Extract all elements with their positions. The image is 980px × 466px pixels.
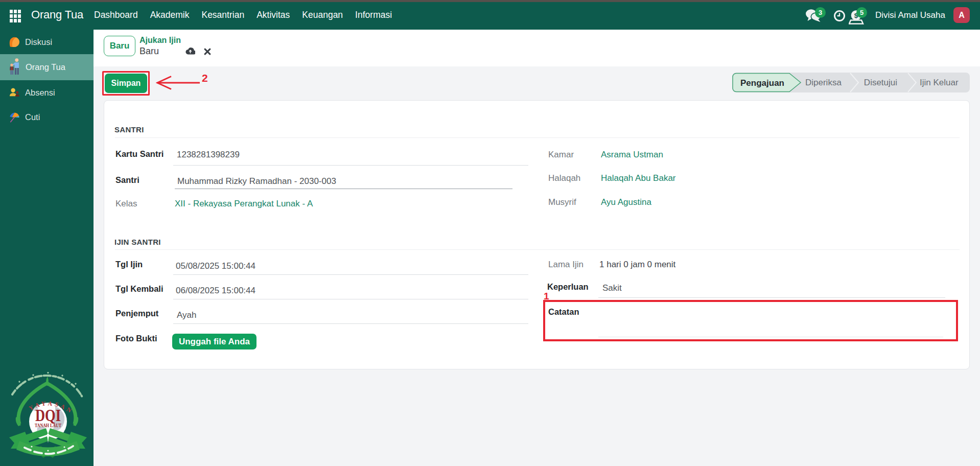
svg-text:Pengajuan: Pengajuan [740, 78, 784, 88]
svg-text:TANAH LAUT: TANAH LAUT [35, 422, 61, 428]
